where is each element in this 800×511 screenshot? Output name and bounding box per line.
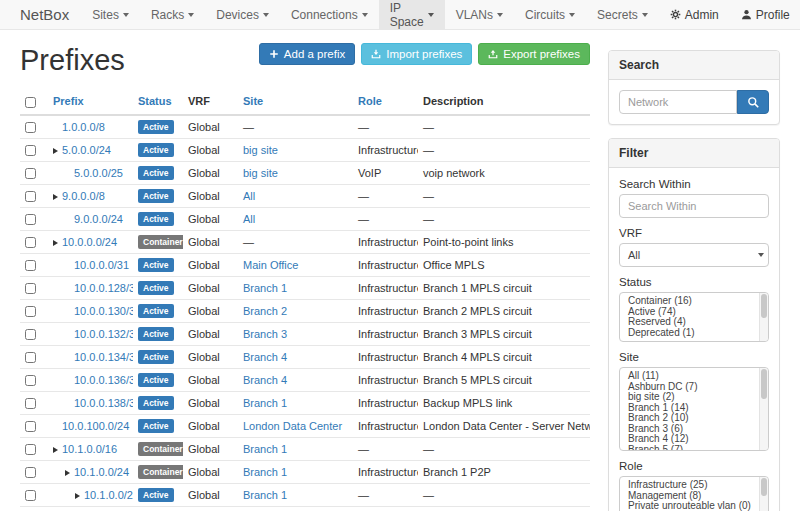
prefix-link[interactable]: 10.1.0.0/16 <box>62 443 117 455</box>
site-link[interactable]: London Data Center <box>243 420 342 432</box>
prefix-link[interactable]: 10.0.0.132/31 <box>74 328 133 340</box>
site-link[interactable]: Branch 2 <box>243 305 287 317</box>
prefix-link[interactable]: 10.1.0.0/25 <box>84 489 133 501</box>
prefix-link[interactable]: 1.0.0.0/8 <box>62 121 105 133</box>
row-checkbox[interactable] <box>25 306 36 317</box>
prefix-link[interactable]: 9.0.0.0/8 <box>62 190 105 202</box>
prefix-link[interactable]: 9.0.0.0/24 <box>74 213 123 225</box>
prefix-link[interactable]: 10.0.0.134/31 <box>74 351 133 363</box>
row-checkbox[interactable] <box>25 375 36 386</box>
site-link[interactable]: Main Office <box>243 259 298 271</box>
row-checkbox[interactable] <box>25 237 36 248</box>
nav-label: Sites <box>92 8 119 22</box>
site-option[interactable]: Branch 2 (10) <box>628 413 758 424</box>
site-link[interactable]: All <box>243 213 255 225</box>
add-prefix-button[interactable]: Add a prefix <box>259 43 355 65</box>
site-option[interactable]: Branch 4 (12) <box>628 434 758 445</box>
caret-down-icon <box>188 13 194 17</box>
nav-item-connections[interactable]: Connections <box>280 0 379 29</box>
import-prefixes-button[interactable]: Import prefixes <box>361 43 472 65</box>
site-link[interactable]: Branch 4 <box>243 351 287 363</box>
nav-item-sites[interactable]: Sites <box>81 0 140 29</box>
row-checkbox[interactable] <box>25 467 36 478</box>
row-checkbox[interactable] <box>25 283 36 294</box>
search-input[interactable] <box>619 90 737 114</box>
role-option[interactable]: Private unrouteable vlan (0) <box>628 501 758 511</box>
site-link[interactable]: Branch 1 <box>243 443 287 455</box>
scrollbar[interactable] <box>759 368 768 450</box>
prefix-link[interactable]: 10.0.0.130/31 <box>74 305 133 317</box>
site-link[interactable]: Branch 1 <box>243 489 287 501</box>
prefix-link[interactable]: 10.0.0.0/24 <box>62 236 117 248</box>
row-checkbox[interactable] <box>25 145 36 156</box>
role-listbox[interactable]: Infrastructure (25) Management (8) Priva… <box>619 476 769 511</box>
export-prefixes-button[interactable]: Export prefixes <box>478 43 590 65</box>
nav-item-circuits[interactable]: Circuits <box>514 0 586 29</box>
row-checkbox[interactable] <box>25 352 36 363</box>
scrollbar-thumb[interactable] <box>761 294 767 318</box>
role-option[interactable]: Infrastructure (25) <box>628 480 758 491</box>
brand-logo[interactable]: NetBox <box>10 0 81 29</box>
prefix-link[interactable]: 10.0.0.138/31 <box>74 397 133 409</box>
row-checkbox[interactable] <box>25 260 36 271</box>
prefix-link[interactable]: 10.0.100.0/24 <box>62 420 129 432</box>
site-link[interactable]: Branch 1 <box>243 466 287 478</box>
status-listbox[interactable]: Container (16) Active (74) Reserved (4) … <box>619 292 769 342</box>
row-checkbox[interactable] <box>25 122 36 133</box>
site-link[interactable]: Branch 1 <box>243 282 287 294</box>
status-badge: Active <box>138 327 174 341</box>
nav-item-ip-space[interactable]: IP Space <box>379 0 445 29</box>
site-link[interactable]: big site <box>243 167 278 179</box>
prefix-link[interactable]: 5.0.0.0/25 <box>74 167 123 179</box>
status-option[interactable]: Reserved (4) <box>628 317 758 328</box>
table-row: 10.0.0.132/31 Active Global Branch 3 Inf… <box>20 322 590 345</box>
sort-site-header[interactable]: Site <box>243 95 263 107</box>
site-link[interactable]: Branch 1 <box>243 397 287 409</box>
prefix-link[interactable]: 10.0.0.0/31 <box>74 259 129 271</box>
row-checkbox[interactable] <box>25 214 36 225</box>
filter-panel: Filter Search Within VRF All Status C <box>608 138 780 511</box>
select-all-checkbox[interactable] <box>25 97 36 108</box>
nav-item-secrets[interactable]: Secrets <box>586 0 659 29</box>
site-listbox[interactable]: All (11) Ashburn DC (7) big site (2) Bra… <box>619 367 769 451</box>
prefix-link[interactable]: 10.0.0.128/31 <box>74 282 133 294</box>
site-option[interactable]: All (11) <box>628 371 758 382</box>
vrf-header: VRF <box>183 89 238 115</box>
scrollbar-thumb[interactable] <box>761 369 767 399</box>
nav-item-racks[interactable]: Racks <box>140 0 205 29</box>
prefix-link[interactable]: 10.0.0.136/31 <box>74 374 133 386</box>
site-link[interactable]: Branch 3 <box>243 328 287 340</box>
row-checkbox[interactable] <box>25 421 36 432</box>
site-link[interactable]: All <box>243 190 255 202</box>
site-option[interactable]: Branch 5 (7) <box>628 445 758 452</box>
site-option[interactable]: big site (2) <box>628 392 758 403</box>
sort-status-header[interactable]: Status <box>138 95 172 107</box>
scrollbar[interactable] <box>759 477 768 511</box>
site-link[interactable]: big site <box>243 144 278 156</box>
nav-item-admin[interactable]: Admin <box>659 0 730 29</box>
row-checkbox[interactable] <box>25 398 36 409</box>
search-button[interactable] <box>737 90 769 114</box>
sort-prefix-header[interactable]: Prefix <box>53 95 84 107</box>
scrollbar-thumb[interactable] <box>761 478 767 496</box>
status-badge: Active <box>138 143 174 157</box>
description-cell: — <box>418 483 590 506</box>
nav-item-devices[interactable]: Devices <box>205 0 280 29</box>
row-checkbox[interactable] <box>25 329 36 340</box>
search-within-input[interactable] <box>619 194 769 218</box>
row-checkbox[interactable] <box>25 191 36 202</box>
site-link[interactable]: Branch 4 <box>243 374 287 386</box>
nav-item-vlans[interactable]: VLANs <box>445 0 514 29</box>
prefix-link[interactable]: 10.1.0.0/24 <box>74 466 129 478</box>
prefix-link[interactable]: 5.0.0.0/24 <box>62 144 111 156</box>
nav-item-profile[interactable]: Profile <box>730 0 800 29</box>
status-badge: Active <box>138 281 174 295</box>
scrollbar[interactable] <box>759 293 768 341</box>
row-checkbox[interactable] <box>25 444 36 455</box>
status-option[interactable]: Deprecated (1) <box>628 328 758 339</box>
sort-role-header[interactable]: Role <box>358 95 382 107</box>
vrf-select[interactable]: All <box>619 243 769 267</box>
status-option[interactable]: Container (16) <box>628 296 758 307</box>
row-checkbox[interactable] <box>25 490 36 501</box>
row-checkbox[interactable] <box>25 168 36 179</box>
